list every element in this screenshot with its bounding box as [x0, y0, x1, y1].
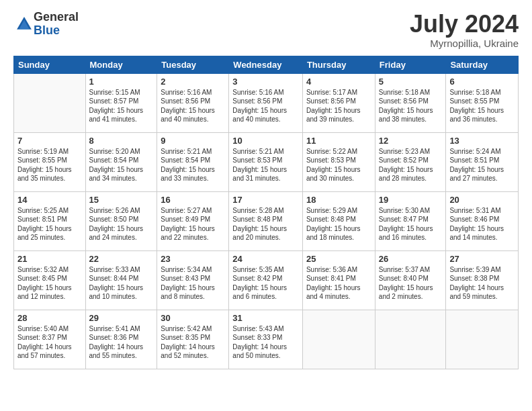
day-number: 6 — [449, 77, 515, 87]
cell-info: Sunrise: 5:18 AM Sunset: 8:55 PM Dayligh… — [449, 88, 515, 124]
logo-text: General Blue — [34, 11, 79, 38]
calendar-header-tuesday: Tuesday — [157, 56, 229, 73]
title-block: July 2024 Myrnopillia, Ukraine — [410, 11, 519, 49]
day-number: 5 — [379, 77, 443, 87]
calendar-cell: 24Sunrise: 5:35 AM Sunset: 8:42 PM Dayli… — [229, 250, 303, 310]
calendar-cell: 3Sunrise: 5:16 AM Sunset: 8:56 PM Daylig… — [229, 73, 303, 132]
cell-info: Sunrise: 5:27 AM Sunset: 8:49 PM Dayligh… — [161, 206, 225, 242]
day-number: 11 — [306, 136, 371, 146]
calendar-cell: 29Sunrise: 5:41 AM Sunset: 8:36 PM Dayli… — [85, 310, 157, 369]
calendar-cell: 9Sunrise: 5:21 AM Sunset: 8:54 PM Daylig… — [157, 132, 229, 191]
cell-info: Sunrise: 5:22 AM Sunset: 8:53 PM Dayligh… — [306, 147, 371, 183]
day-number: 25 — [306, 254, 371, 264]
calendar-cell: 12Sunrise: 5:23 AM Sunset: 8:52 PM Dayli… — [375, 132, 446, 191]
calendar-cell: 6Sunrise: 5:18 AM Sunset: 8:55 PM Daylig… — [446, 73, 519, 132]
day-number: 15 — [89, 195, 154, 205]
day-number: 16 — [161, 195, 225, 205]
calendar-cell: 25Sunrise: 5:36 AM Sunset: 8:41 PM Dayli… — [302, 250, 375, 310]
calendar-cell: 4Sunrise: 5:17 AM Sunset: 8:56 PM Daylig… — [302, 73, 375, 132]
day-number: 30 — [161, 313, 225, 323]
cell-info: Sunrise: 5:17 AM Sunset: 8:56 PM Dayligh… — [306, 88, 371, 124]
cell-info: Sunrise: 5:31 AM Sunset: 8:46 PM Dayligh… — [449, 206, 515, 242]
day-number: 20 — [449, 195, 515, 205]
logo-icon — [15, 15, 34, 34]
calendar-cell: 17Sunrise: 5:28 AM Sunset: 8:48 PM Dayli… — [229, 191, 303, 250]
cell-info: Sunrise: 5:42 AM Sunset: 8:35 PM Dayligh… — [161, 324, 225, 361]
calendar-table: SundayMondayTuesdayWednesdayThursdayFrid… — [13, 56, 519, 369]
calendar-header-wednesday: Wednesday — [229, 56, 303, 73]
cell-info: Sunrise: 5:16 AM Sunset: 8:56 PM Dayligh… — [161, 88, 225, 124]
calendar-cell: 11Sunrise: 5:22 AM Sunset: 8:53 PM Dayli… — [302, 132, 375, 191]
cell-info: Sunrise: 5:41 AM Sunset: 8:36 PM Dayligh… — [89, 324, 154, 361]
cell-info: Sunrise: 5:37 AM Sunset: 8:40 PM Dayligh… — [379, 265, 443, 302]
cell-info: Sunrise: 5:20 AM Sunset: 8:54 PM Dayligh… — [89, 147, 154, 183]
header: General Blue July 2024 Myrnopillia, Ukra… — [13, 11, 519, 49]
calendar-week-row: 14Sunrise: 5:25 AM Sunset: 8:51 PM Dayli… — [14, 191, 519, 250]
cell-info: Sunrise: 5:33 AM Sunset: 8:44 PM Dayligh… — [89, 265, 154, 302]
cell-info: Sunrise: 5:35 AM Sunset: 8:42 PM Dayligh… — [232, 265, 299, 302]
calendar-cell: 16Sunrise: 5:27 AM Sunset: 8:49 PM Dayli… — [157, 191, 229, 250]
calendar-cell — [14, 73, 86, 132]
calendar-cell: 26Sunrise: 5:37 AM Sunset: 8:40 PM Dayli… — [375, 250, 446, 310]
calendar-cell — [302, 310, 375, 369]
calendar-cell: 31Sunrise: 5:43 AM Sunset: 8:33 PM Dayli… — [229, 310, 303, 369]
calendar-header-monday: Monday — [85, 56, 157, 73]
month-year: July 2024 — [410, 11, 519, 38]
day-number: 26 — [379, 254, 443, 264]
cell-info: Sunrise: 5:15 AM Sunset: 8:57 PM Dayligh… — [89, 88, 154, 124]
location: Myrnopillia, Ukraine — [410, 38, 519, 49]
day-number: 17 — [232, 195, 299, 205]
calendar-cell: 5Sunrise: 5:18 AM Sunset: 8:56 PM Daylig… — [375, 73, 446, 132]
calendar-cell: 30Sunrise: 5:42 AM Sunset: 8:35 PM Dayli… — [157, 310, 229, 369]
calendar-header-row: SundayMondayTuesdayWednesdayThursdayFrid… — [14, 56, 519, 73]
calendar-week-row: 28Sunrise: 5:40 AM Sunset: 8:37 PM Dayli… — [14, 310, 519, 369]
day-number: 28 — [17, 313, 82, 323]
day-number: 4 — [306, 77, 371, 87]
day-number: 8 — [89, 136, 154, 146]
day-number: 22 — [89, 254, 154, 264]
day-number: 2 — [161, 77, 225, 87]
cell-info: Sunrise: 5:25 AM Sunset: 8:51 PM Dayligh… — [17, 206, 82, 242]
day-number: 14 — [17, 195, 82, 205]
calendar-cell: 20Sunrise: 5:31 AM Sunset: 8:46 PM Dayli… — [446, 191, 519, 250]
cell-info: Sunrise: 5:40 AM Sunset: 8:37 PM Dayligh… — [17, 324, 82, 361]
calendar-header-sunday: Sunday — [14, 56, 86, 73]
day-number: 31 — [232, 313, 299, 323]
calendar-cell: 13Sunrise: 5:24 AM Sunset: 8:51 PM Dayli… — [446, 132, 519, 191]
calendar-cell: 8Sunrise: 5:20 AM Sunset: 8:54 PM Daylig… — [85, 132, 157, 191]
calendar-cell: 27Sunrise: 5:39 AM Sunset: 8:38 PM Dayli… — [446, 250, 519, 310]
calendar-cell: 18Sunrise: 5:29 AM Sunset: 8:48 PM Dayli… — [302, 191, 375, 250]
cell-info: Sunrise: 5:32 AM Sunset: 8:45 PM Dayligh… — [17, 265, 82, 302]
cell-info: Sunrise: 5:16 AM Sunset: 8:56 PM Dayligh… — [232, 88, 299, 124]
day-number: 19 — [379, 195, 443, 205]
calendar-header-friday: Friday — [375, 56, 446, 73]
day-number: 23 — [161, 254, 225, 264]
calendar-cell: 22Sunrise: 5:33 AM Sunset: 8:44 PM Dayli… — [85, 250, 157, 310]
cell-info: Sunrise: 5:30 AM Sunset: 8:47 PM Dayligh… — [379, 206, 443, 242]
calendar-cell: 28Sunrise: 5:40 AM Sunset: 8:37 PM Dayli… — [14, 310, 86, 369]
day-number: 3 — [232, 77, 299, 87]
cell-info: Sunrise: 5:36 AM Sunset: 8:41 PM Dayligh… — [306, 265, 371, 302]
cell-info: Sunrise: 5:24 AM Sunset: 8:51 PM Dayligh… — [449, 147, 515, 183]
day-number: 1 — [89, 77, 154, 87]
cell-info: Sunrise: 5:34 AM Sunset: 8:43 PM Dayligh… — [161, 265, 225, 302]
cell-info: Sunrise: 5:43 AM Sunset: 8:33 PM Dayligh… — [232, 324, 299, 361]
cell-info: Sunrise: 5:19 AM Sunset: 8:55 PM Dayligh… — [17, 147, 82, 183]
calendar-cell: 14Sunrise: 5:25 AM Sunset: 8:51 PM Dayli… — [14, 191, 86, 250]
cell-info: Sunrise: 5:29 AM Sunset: 8:48 PM Dayligh… — [306, 206, 371, 242]
cell-info: Sunrise: 5:26 AM Sunset: 8:50 PM Dayligh… — [89, 206, 154, 242]
calendar-header-thursday: Thursday — [302, 56, 375, 73]
cell-info: Sunrise: 5:21 AM Sunset: 8:54 PM Dayligh… — [161, 147, 225, 183]
calendar-cell: 23Sunrise: 5:34 AM Sunset: 8:43 PM Dayli… — [157, 250, 229, 310]
logo-general-text: General — [34, 11, 79, 24]
calendar-week-row: 1Sunrise: 5:15 AM Sunset: 8:57 PM Daylig… — [14, 73, 519, 132]
day-number: 10 — [232, 136, 299, 146]
day-number: 13 — [449, 136, 515, 146]
calendar-cell: 2Sunrise: 5:16 AM Sunset: 8:56 PM Daylig… — [157, 73, 229, 132]
day-number: 12 — [379, 136, 443, 146]
calendar-header-saturday: Saturday — [446, 56, 519, 73]
calendar-cell: 21Sunrise: 5:32 AM Sunset: 8:45 PM Dayli… — [14, 250, 86, 310]
cell-info: Sunrise: 5:23 AM Sunset: 8:52 PM Dayligh… — [379, 147, 443, 183]
day-number: 24 — [232, 254, 299, 264]
cell-info: Sunrise: 5:28 AM Sunset: 8:48 PM Dayligh… — [232, 206, 299, 242]
